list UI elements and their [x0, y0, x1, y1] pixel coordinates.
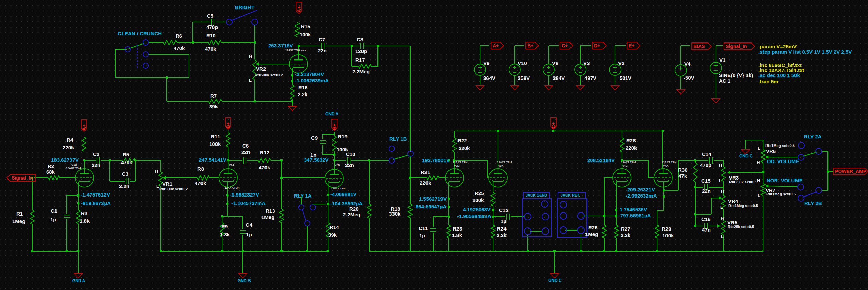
triode-tube-t6[interactable]: [613, 169, 631, 187]
resistor-R16[interactable]: [290, 85, 294, 99]
potentiometer-VR3[interactable]: [721, 167, 725, 181]
wire[interactable]: [129, 43, 144, 49]
wire[interactable]: [767, 186, 798, 187]
resistor-R15[interactable]: [295, 22, 299, 37]
capacitor-C12[interactable]: [507, 214, 509, 220]
switch-contact[interactable]: [560, 212, 567, 219]
triode-tube-t8[interactable]: [289, 55, 308, 73]
triode-tube-t1[interactable]: [75, 169, 94, 187]
switch-contact[interactable]: [252, 19, 258, 25]
triode-tube-t2[interactable]: [219, 169, 237, 187]
resistor-R26[interactable]: [602, 225, 606, 238]
switch-contact[interactable]: [305, 221, 310, 226]
flag-text[interactable]: C+: [562, 43, 568, 48]
flag-text[interactable]: A+: [493, 43, 499, 48]
resistor-label: R21: [421, 170, 430, 175]
flag-text[interactable]: D+: [594, 43, 600, 48]
switch-contact[interactable]: [798, 142, 804, 149]
resistor-R7[interactable]: [208, 99, 222, 103]
resistor-R13[interactable]: [279, 209, 284, 223]
switch-contact[interactable]: [542, 228, 549, 235]
resistor-R24[interactable]: [491, 225, 495, 238]
switch-contact[interactable]: [560, 201, 567, 208]
switch-contact[interactable]: [143, 63, 148, 68]
capacitor-C1[interactable]: [64, 215, 70, 218]
triode-tube-t3[interactable]: [325, 169, 343, 188]
switch-lever[interactable]: [302, 209, 306, 221]
capacitor-C4[interactable]: [240, 231, 246, 233]
triode-tube-t5[interactable]: [489, 169, 507, 187]
capacitor-C6[interactable]: [243, 157, 246, 164]
switch-contact[interactable]: [542, 213, 549, 220]
directive-tran[interactable]: .tran 5m: [758, 79, 778, 84]
switch-contact[interactable]: [798, 184, 804, 190]
resistor-R29[interactable]: [655, 225, 659, 238]
directive-ac[interactable]: .ac dec 100 1 50k: [758, 73, 800, 78]
flag-text-rotated[interactable]: B+: [332, 124, 337, 130]
resistor-R22[interactable]: [452, 138, 456, 152]
wire[interactable]: [393, 155, 408, 159]
resistor-R2[interactable]: [48, 176, 60, 180]
switch-contact[interactable]: [578, 227, 584, 234]
resistor-R25[interactable]: [491, 192, 495, 206]
resistor-R10[interactable]: [208, 40, 221, 45]
jack-title: JACK SEND: [526, 193, 547, 198]
flag-text[interactable]: POWER_AMP: [835, 169, 866, 174]
flag-text[interactable]: Signal_In: [12, 175, 33, 181]
capacitor-C9[interactable]: [320, 141, 326, 143]
resistor-R17[interactable]: [358, 64, 371, 68]
schematic-canvas[interactable]: R11MegR268kR31.8kR4220kR5470kR6470kR739k…: [0, 0, 868, 290]
flag-text[interactable]: E+: [629, 43, 635, 48]
switch-contact[interactable]: [310, 205, 316, 210]
resistor-R30[interactable]: [693, 163, 697, 182]
switch-contact[interactable]: [226, 19, 232, 25]
switch-contact[interactable]: [798, 195, 804, 201]
resistor-R6[interactable]: [163, 40, 177, 45]
switch-contact[interactable]: [524, 213, 531, 220]
resistor-R20[interactable]: [367, 204, 371, 218]
tube-designator: V4A: [663, 165, 669, 167]
switch-contact[interactable]: [389, 158, 395, 163]
resistor-R4[interactable]: [82, 137, 86, 151]
wire[interactable]: [803, 152, 817, 156]
switch-contact[interactable]: [541, 201, 548, 207]
flag-text-rotated[interactable]: A+: [82, 124, 87, 131]
net-voltage-label: 193.78001V: [422, 158, 450, 163]
switch-contact[interactable]: [299, 205, 304, 210]
resistor-R1[interactable]: [30, 210, 34, 224]
flag-text[interactable]: Signal_In: [726, 44, 747, 49]
resistor-R27[interactable]: [614, 225, 618, 238]
potentiometer-VR7[interactable]: [761, 184, 765, 195]
flag-text-rotated[interactable]: B+: [226, 122, 231, 129]
triode-tube-t4[interactable]: [445, 169, 464, 187]
tube-part: [293, 66, 304, 68]
resistor-R21[interactable]: [427, 176, 439, 180]
triode-tube-t7[interactable]: [654, 169, 672, 187]
flag-text-rotated[interactable]: C+: [551, 122, 556, 129]
switch-contact[interactable]: [816, 187, 822, 193]
switch-lever[interactable]: [803, 192, 817, 197]
resistor-R28[interactable]: [620, 138, 624, 152]
capacitor-C11[interactable]: [430, 228, 436, 231]
jack-box[interactable]: [557, 199, 587, 237]
switch-contact[interactable]: [143, 40, 148, 45]
ground-symbol-icon: [550, 274, 559, 278]
flag-text-rotated[interactable]: A+: [296, 6, 302, 12]
switch-contact[interactable]: [408, 151, 413, 156]
directive-param[interactable]: .param V=25mV: [758, 44, 797, 49]
potentiometer-VR5[interactable]: [721, 220, 725, 235]
switch-contact[interactable]: [389, 146, 395, 151]
flag-text[interactable]: BIAS: [693, 44, 705, 49]
junction-dot: [694, 213, 696, 215]
resistor-R11[interactable]: [226, 133, 230, 147]
flag-text[interactable]: B+: [527, 43, 533, 48]
resistor-R23[interactable]: [447, 225, 451, 238]
resistor-R19[interactable]: [332, 136, 336, 151]
resistor-R18[interactable]: [408, 204, 412, 218]
switch-contact[interactable]: [816, 148, 822, 154]
switch-contact[interactable]: [143, 52, 148, 57]
resistor-R8[interactable]: [197, 176, 209, 180]
potentiometer-VR6[interactable]: [761, 150, 765, 163]
resistor-R12[interactable]: [258, 158, 271, 163]
directive-step[interactable]: .step param V list 0.5V 1V 1.5V 2V 2.5V: [758, 49, 852, 55]
